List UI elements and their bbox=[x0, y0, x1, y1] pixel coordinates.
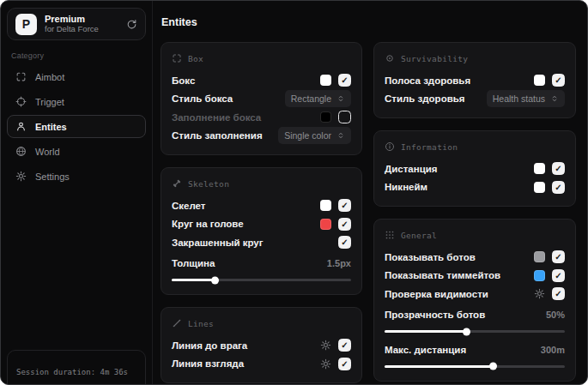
color-swatch[interactable] bbox=[320, 219, 331, 230]
slider-thumb[interactable] bbox=[489, 363, 497, 370]
sidebar-nav: Aimbot Trigget Entites World Settings bbox=[7, 65, 146, 188]
setting-label: Круг на голове bbox=[172, 219, 244, 229]
checkbox[interactable] bbox=[338, 199, 351, 212]
thickness-slider-group: Толщина 1.5px bbox=[172, 255, 351, 282]
sidebar: P Premium for Delta Force Category Aimbo… bbox=[1, 1, 153, 384]
setting-row-head-circle: Круг на голове bbox=[172, 215, 351, 234]
setting-row-filled-circle: Закрашенный круг bbox=[172, 233, 351, 252]
sidebar-item-entites[interactable]: Entites bbox=[7, 115, 146, 138]
panel-skeleton: Skeleton Скелет Круг на голове bbox=[161, 167, 362, 295]
info-icon bbox=[385, 141, 395, 152]
sidebar-item-label: Aimbot bbox=[35, 72, 64, 82]
setting-label: Бокс bbox=[172, 75, 195, 86]
chevrons-up-down-icon bbox=[550, 94, 559, 103]
color-swatch[interactable] bbox=[320, 75, 331, 86]
checkbox[interactable] bbox=[338, 339, 351, 352]
panel-box-header: Box bbox=[172, 53, 351, 63]
panel-general-header: General bbox=[385, 230, 565, 240]
health-style-dropdown[interactable]: Health status bbox=[487, 90, 565, 107]
gear-icon bbox=[15, 171, 27, 182]
brand-subtitle: for Delta Force bbox=[45, 25, 118, 34]
slider-value: 50% bbox=[546, 310, 565, 320]
panel-header-label: General bbox=[401, 231, 437, 240]
checkbox[interactable] bbox=[338, 358, 351, 370]
thickness-slider[interactable] bbox=[172, 279, 351, 281]
color-swatch[interactable] bbox=[534, 270, 545, 281]
bot-opacity-slider[interactable] bbox=[385, 330, 565, 333]
fill-style-dropdown[interactable]: Single color bbox=[278, 127, 351, 144]
setting-row-box: Бокс bbox=[172, 71, 351, 90]
gear-icon[interactable] bbox=[320, 358, 331, 370]
checkbox[interactable] bbox=[338, 74, 351, 87]
setting-label: Заполнение бокса bbox=[172, 112, 261, 123]
panel-lines: Lines Линия до врага Линия взгляда bbox=[161, 307, 362, 383]
setting-label: Никнейм bbox=[385, 182, 427, 192]
sidebar-item-label: World bbox=[35, 147, 60, 157]
slider-thumb[interactable] bbox=[211, 276, 219, 284]
setting-label: Проверка видимости bbox=[385, 289, 488, 299]
brand-logo: P bbox=[15, 14, 37, 35]
gear-icon[interactable] bbox=[320, 340, 331, 351]
panel-information: Information Дистанция Никнейм bbox=[373, 130, 576, 207]
checkbox[interactable] bbox=[552, 269, 565, 282]
checkbox[interactable] bbox=[552, 74, 565, 87]
panel-header-label: Survivability bbox=[401, 54, 468, 63]
checkbox[interactable] bbox=[552, 287, 565, 300]
sidebar-item-settings[interactable]: Settings bbox=[7, 165, 146, 188]
checkbox[interactable] bbox=[552, 162, 565, 175]
checkbox[interactable] bbox=[552, 181, 565, 194]
slider-value: 1.5px bbox=[327, 258, 351, 268]
slider-label-row: Прозрачность ботов 50% bbox=[385, 306, 565, 325]
color-swatch[interactable] bbox=[534, 251, 545, 262]
person-icon bbox=[15, 121, 27, 132]
setting-label: Стиль бокса bbox=[172, 93, 233, 104]
color-swatch[interactable] bbox=[534, 163, 545, 174]
panel-box: Box Бокс Стиль бокса bbox=[161, 42, 362, 155]
setting-row-health-style: Стиль здоровья Health status bbox=[385, 90, 565, 109]
bone-icon bbox=[172, 178, 182, 189]
brand-text: Premium for Delta Force bbox=[45, 14, 118, 34]
panel-header-label: Skeleton bbox=[188, 179, 229, 189]
setting-label: Полоса здоровья bbox=[385, 75, 470, 86]
panel-header-label: Box bbox=[188, 54, 203, 63]
brand-card: P Premium for Delta Force bbox=[7, 8, 146, 40]
slider-thumb[interactable] bbox=[463, 328, 470, 335]
color-swatch[interactable] bbox=[320, 111, 331, 123]
sidebar-item-trigget[interactable]: Trigget bbox=[7, 90, 146, 113]
setting-label: Показывать ботов bbox=[385, 252, 476, 262]
sidebar-item-world[interactable]: World bbox=[7, 140, 146, 163]
panel-lines-header: Lines bbox=[172, 318, 351, 328]
checkbox[interactable] bbox=[338, 236, 351, 249]
max-distance-slider-group: Макс. дистанция 300m bbox=[385, 340, 565, 368]
color-swatch[interactable] bbox=[534, 182, 545, 193]
session-duration: Session duration: 4m 36s bbox=[16, 368, 128, 376]
setting-label: Стиль заполнения bbox=[172, 130, 263, 141]
setting-row-box-style: Стиль бокса Rectangle bbox=[172, 90, 351, 109]
box-style-dropdown[interactable]: Rectangle bbox=[285, 90, 351, 107]
sync-icon[interactable] bbox=[126, 19, 137, 30]
color-swatch[interactable] bbox=[534, 75, 545, 86]
checkbox[interactable] bbox=[338, 218, 351, 231]
setting-row-view-line: Линия взгляда bbox=[172, 355, 351, 374]
app-window: P Premium for Delta Force Category Aimbo… bbox=[0, 0, 588, 385]
checkbox[interactable] bbox=[338, 111, 351, 123]
sidebar-item-label: Entites bbox=[35, 122, 67, 132]
setting-label: Дистанция bbox=[385, 164, 437, 174]
globe-icon bbox=[15, 146, 27, 157]
sidebar-item-label: Trigget bbox=[35, 97, 64, 107]
setting-label: Стиль здоровья bbox=[385, 93, 465, 104]
max-distance-slider[interactable] bbox=[385, 365, 565, 368]
setting-row-box-fill: Заполнение бокса bbox=[172, 108, 351, 127]
sidebar-item-aimbot[interactable]: Aimbot bbox=[7, 65, 146, 88]
sidebar-item-label: Settings bbox=[35, 171, 70, 182]
gear-icon[interactable] bbox=[534, 288, 545, 299]
checkbox[interactable] bbox=[552, 250, 565, 263]
color-swatch[interactable] bbox=[320, 200, 331, 211]
scan-icon bbox=[15, 71, 27, 82]
chevrons-up-down-icon bbox=[336, 131, 345, 140]
grid-dots-icon bbox=[385, 230, 395, 240]
setting-row-show-bots: Показывать ботов bbox=[385, 248, 565, 267]
chevrons-up-down-icon bbox=[336, 94, 345, 103]
setting-label: Прозрачность ботов bbox=[385, 310, 485, 320]
panel-header-label: Information bbox=[401, 142, 458, 152]
